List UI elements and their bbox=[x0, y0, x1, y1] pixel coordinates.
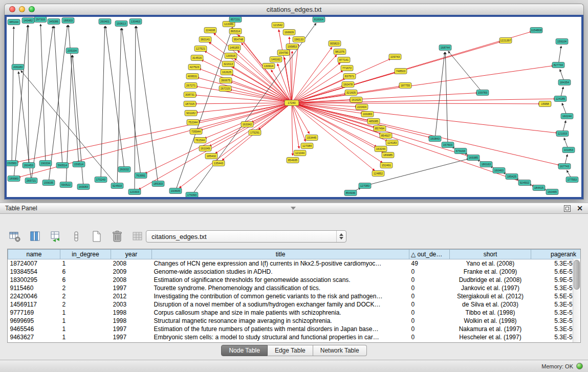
table-cell[interactable]: 18300295 bbox=[8, 276, 60, 284]
tab-node-table[interactable]: Node Table bbox=[221, 345, 268, 356]
table-row[interactable]: 946554611997Estimation of the future num… bbox=[8, 325, 581, 333]
table-cell[interactable]: 2008 bbox=[111, 259, 152, 268]
table-cell[interactable]: 2 bbox=[60, 300, 111, 309]
zoom-window-button[interactable] bbox=[29, 6, 35, 12]
table-cell[interactable]: Hescheler et al. (1997) bbox=[450, 333, 531, 341]
table-cell[interactable]: Tibbo et al. (1998) bbox=[450, 309, 531, 317]
table-cell[interactable]: Nakamura et al. (1997) bbox=[450, 325, 531, 333]
table-cell[interactable]: 1 bbox=[60, 309, 111, 317]
table-cell[interactable]: Corpus callosum shape and size in male p… bbox=[152, 309, 409, 317]
table-cell[interactable]: 0 bbox=[409, 325, 450, 333]
table-row[interactable]: 1872400712008Changes of HCN gene express… bbox=[8, 259, 581, 268]
column-header-5[interactable]: short bbox=[450, 250, 531, 259]
table-cell[interactable]: 2003 bbox=[111, 300, 152, 309]
table-cell[interactable]: 2009 bbox=[111, 268, 152, 276]
table-cell[interactable]: Yano et al. (2008) bbox=[450, 259, 531, 268]
table-cell[interactable]: Estimation of the future numbers of pati… bbox=[152, 325, 409, 333]
table-cell[interactable]: 9115460 bbox=[8, 284, 60, 292]
table-cell[interactable]: Tourette syndrome. Phenomenology and cla… bbox=[152, 284, 409, 292]
table-cell[interactable]: Franke et al. (2009) bbox=[450, 268, 531, 276]
table-cell[interactable]: 0 bbox=[409, 276, 450, 284]
table-cell[interactable]: 1997 bbox=[111, 333, 152, 341]
tab-network-table[interactable]: Network Table bbox=[313, 345, 367, 356]
column-header-2[interactable]: year bbox=[111, 250, 152, 259]
float-panel-icon[interactable] bbox=[564, 205, 571, 212]
table-cell[interactable]: 2008 bbox=[111, 276, 152, 284]
close-window-button[interactable] bbox=[9, 6, 15, 12]
table-cell[interactable]: 6 bbox=[60, 268, 111, 276]
table-cell[interactable]: 0 bbox=[409, 268, 450, 276]
table-cell[interactable]: 9699695 bbox=[8, 317, 60, 325]
column-header-6[interactable]: pagerank bbox=[531, 250, 581, 259]
table-cell[interactable]: Dudbridge et al. (2008) bbox=[450, 276, 531, 284]
table-cell[interactable]: 9465546 bbox=[8, 325, 60, 333]
table-cell[interactable]: 49 bbox=[409, 259, 450, 268]
splitter-handle-icon[interactable] bbox=[291, 207, 296, 210]
table-row[interactable]: 1456911722003Disruption of a novel membe… bbox=[8, 300, 581, 309]
table-cell[interactable]: 18724007 bbox=[8, 259, 60, 268]
delete-table-button[interactable] bbox=[130, 229, 145, 244]
table-cell[interactable]: 1 bbox=[60, 333, 111, 341]
table-cell[interactable]: 19384554 bbox=[8, 268, 60, 276]
table-cell[interactable]: 1997 bbox=[111, 325, 152, 333]
table-row[interactable]: 946362711997Embryonic stem cells: a mode… bbox=[8, 333, 581, 341]
graph-node-label: 121044 bbox=[295, 151, 304, 155]
table-cell[interactable]: Structural magnetic resonance image aver… bbox=[152, 317, 409, 325]
minimize-window-button[interactable] bbox=[19, 6, 25, 12]
table-mode-button[interactable] bbox=[7, 229, 23, 244]
column-header-0[interactable]: name bbox=[8, 250, 60, 259]
table-cell[interactable]: 9777169 bbox=[8, 309, 60, 317]
table-row[interactable]: 911546021997Tourette syndrome. Phenomeno… bbox=[8, 284, 581, 292]
scrollbar-thumb[interactable] bbox=[574, 260, 580, 290]
table-cell[interactable]: 1997 bbox=[111, 284, 152, 292]
table-cell[interactable]: 0 bbox=[409, 309, 450, 317]
table-cell[interactable]: de Silva et al. (2003) bbox=[450, 300, 531, 309]
table-cell[interactable]: Disruption of a novel member of a sodium… bbox=[152, 300, 409, 309]
table-row[interactable]: 1830029562008Estimation of significance … bbox=[8, 276, 581, 284]
combobox-stepper[interactable] bbox=[336, 231, 346, 242]
network-canvas[interactable]: 1724012154216660919613319585315479014616… bbox=[7, 17, 581, 197]
table-cell[interactable]: 22420046 bbox=[8, 292, 60, 300]
table-row[interactable]: 977716911998Corpus callosum shape and si… bbox=[8, 309, 581, 317]
table-cell[interactable]: Stergiakouli et al. (2012) bbox=[450, 292, 531, 300]
table-cell[interactable]: 1 bbox=[60, 259, 111, 268]
tab-edge-table[interactable]: Edge Table bbox=[268, 345, 313, 356]
table-cell[interactable]: 14569117 bbox=[8, 300, 60, 309]
table-cell[interactable]: 2012 bbox=[111, 292, 152, 300]
table-row[interactable]: 1938455462009Genome-wide association stu… bbox=[8, 268, 581, 276]
vertical-scrollbar[interactable] bbox=[573, 259, 580, 342]
close-panel-icon[interactable]: ✕ bbox=[577, 205, 583, 212]
table-cell[interactable]: 1998 bbox=[111, 309, 152, 317]
table-cell[interactable]: Wolkin et al. (1998) bbox=[450, 317, 531, 325]
show-columns-button[interactable] bbox=[28, 229, 43, 244]
table-cell[interactable]: 2 bbox=[60, 284, 111, 292]
import-table-button[interactable] bbox=[48, 229, 63, 244]
table-cell[interactable]: Investigating the contribution of common… bbox=[152, 292, 409, 300]
window-titlebar[interactable]: citations_edges.txt bbox=[4, 4, 584, 15]
column-header-3[interactable]: title bbox=[152, 250, 409, 259]
table-cell[interactable]: Jankovic et al. (1997) bbox=[450, 284, 531, 292]
table-cell[interactable]: 0 bbox=[409, 333, 450, 341]
table-cell[interactable]: 9463627 bbox=[8, 333, 60, 341]
table-cell[interactable]: 0 bbox=[409, 300, 450, 309]
table-cell[interactable]: 2 bbox=[60, 292, 111, 300]
table-cell[interactable]: 1998 bbox=[111, 317, 152, 325]
table-cell[interactable]: 1 bbox=[60, 317, 111, 325]
table-cell[interactable]: 0 bbox=[409, 284, 450, 292]
table-cell[interactable]: 6 bbox=[60, 276, 111, 284]
table-cell[interactable]: Estimation of significance thresholds fo… bbox=[152, 276, 409, 284]
table-cell[interactable]: 0 bbox=[409, 317, 450, 325]
row-height-button[interactable] bbox=[69, 229, 84, 244]
table-cell[interactable]: Embryonic stem cells: a model to study s… bbox=[152, 333, 409, 341]
table-row[interactable]: 969969511998Structural magnetic resonanc… bbox=[8, 317, 581, 325]
table-select-combobox[interactable]: citations_edges.txt bbox=[146, 230, 346, 243]
table-row[interactable]: 2242004622012Investigating the contribut… bbox=[8, 292, 581, 300]
new-column-button[interactable] bbox=[89, 229, 104, 244]
table-cell[interactable]: 1 bbox=[60, 325, 111, 333]
delete-column-button[interactable] bbox=[110, 229, 125, 244]
column-header-1[interactable]: in_degree bbox=[60, 250, 111, 259]
table-cell[interactable]: Genome-wide association studies in ADHD. bbox=[152, 268, 409, 276]
table-cell[interactable]: Changes of HCN gene expression and I(f) … bbox=[152, 259, 409, 268]
table-cell[interactable]: 0 bbox=[409, 292, 450, 300]
column-header-4[interactable]: △ out_de… bbox=[409, 250, 450, 259]
